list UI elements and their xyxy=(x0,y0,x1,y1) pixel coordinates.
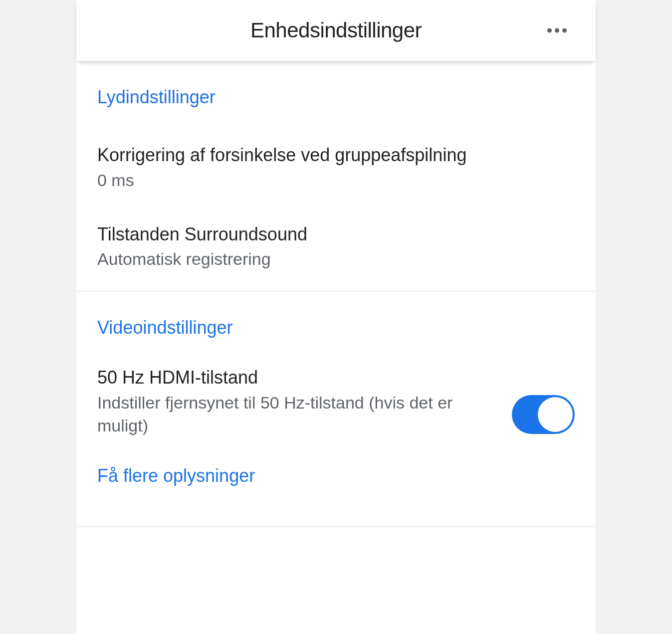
more-icon-dot xyxy=(547,28,552,33)
more-icon-dot xyxy=(562,28,567,33)
more-options-button[interactable] xyxy=(542,23,572,38)
more-info-link[interactable]: Få flere oplysninger xyxy=(97,437,575,506)
surround-setting[interactable]: Tilstanden Surroundsound Automatisk regi… xyxy=(97,192,575,271)
surround-value: Automatisk registrering xyxy=(97,248,575,271)
settings-content: Lydindstillinger Korrigering af forsinke… xyxy=(76,61,596,527)
page-title: Enhedsindstillinger xyxy=(250,18,422,42)
group-delay-setting[interactable]: Korrigering af forsinkelse ved gruppeafs… xyxy=(97,113,575,192)
settings-page: Enhedsindstillinger Lydindstillinger Kor… xyxy=(76,0,596,634)
more-icon-dot xyxy=(555,28,559,33)
toggle-knob xyxy=(538,397,573,432)
group-delay-value: 0 ms xyxy=(97,169,575,192)
hdmi-50hz-toggle[interactable] xyxy=(512,395,575,434)
hdmi-50hz-title: 50 Hz HDMI-tilstand xyxy=(97,366,466,390)
page-header: Enhedsindstillinger xyxy=(76,0,596,61)
audio-section-header: Lydindstillinger xyxy=(97,61,575,113)
hdmi-50hz-description: Indstiller fjernsynet til 50 Hz-tilstand… xyxy=(97,392,466,437)
section-divider xyxy=(76,526,596,527)
hdmi-50hz-setting: 50 Hz HDMI-tilstand Indstiller fjernsyne… xyxy=(97,343,575,437)
group-delay-title: Korrigering af forsinkelse ved gruppeafs… xyxy=(97,144,575,167)
video-section-header: Videoindstillinger xyxy=(97,291,575,343)
surround-title: Tilstanden Surroundsound xyxy=(97,223,575,246)
hdmi-50hz-text: 50 Hz HDMI-tilstand Indstiller fjernsyne… xyxy=(97,366,466,437)
